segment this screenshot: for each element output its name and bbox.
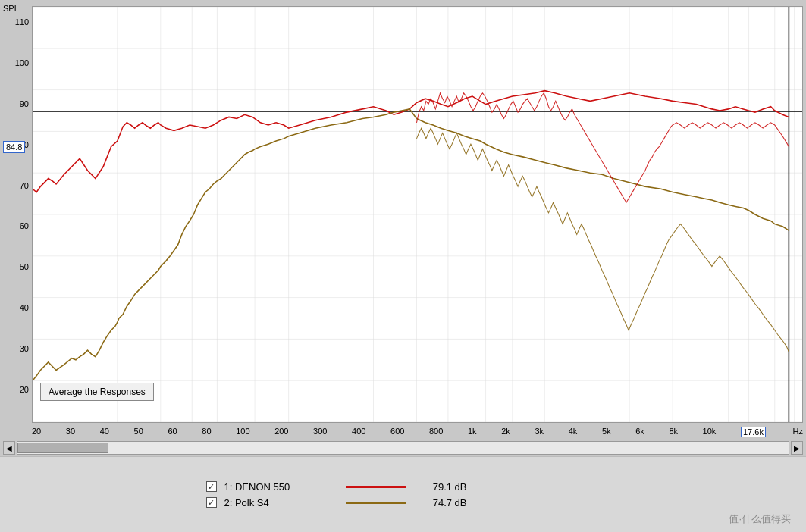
x-tick-400: 400 — [352, 427, 365, 437]
x-tick-4k: 4k — [569, 427, 578, 437]
x-tick-300: 300 — [313, 427, 327, 437]
legend-line-2 — [346, 502, 406, 504]
legend-line-1 — [346, 486, 406, 488]
y-tick-60: 60 — [3, 222, 32, 230]
x-tick-5k: 5k — [602, 427, 611, 437]
x-tick-50: 50 — [134, 427, 143, 437]
legend-db-1: 79.1 dB — [414, 481, 467, 493]
legend-checkbox-1[interactable]: ✓ — [206, 481, 217, 492]
y-tick-40: 40 — [3, 304, 32, 312]
hz-unit: Hz — [791, 427, 803, 437]
y-tick-110: 110 — [3, 18, 32, 27]
chart-canvas: Average the Responses — [33, 7, 802, 422]
x-axis: 20 30 40 50 60 80 100 200 300 400 600 80… — [32, 423, 803, 440]
chart-svg — [33, 7, 802, 422]
x-tick-10k: 10k — [703, 427, 717, 437]
chart-area: SPL 84.8 110 100 90 80 70 60 50 40 30 2 — [0, 0, 806, 423]
chart-plot: Average the Responses — [32, 6, 803, 423]
x-tick-40: 40 — [100, 427, 109, 437]
legend-label-2: 2: Polk S4 — [224, 497, 338, 509]
legend-checkbox-2[interactable]: ✓ — [206, 497, 217, 508]
legend-label-1: 1: DENON 550 — [224, 481, 338, 493]
main-container: SPL 84.8 110 100 90 80 70 60 50 40 30 2 — [0, 0, 806, 532]
legend-area: ✓ 1: DENON 550 79.1 dB ✓ 2: Polk S4 74.7… — [0, 456, 806, 532]
average-responses-button[interactable]: Average the Responses — [40, 383, 154, 401]
y-tick-100: 100 — [3, 59, 32, 67]
chart-with-yaxis: SPL 84.8 110 100 90 80 70 60 50 40 30 2 — [3, 6, 803, 423]
y-tick-50: 50 — [3, 263, 32, 271]
x-tick-6k: 6k — [635, 427, 644, 437]
x-tick-60: 60 — [168, 427, 177, 437]
y-label-spl: SPL — [3, 5, 29, 13]
x-tick-30: 30 — [66, 427, 75, 437]
scroll-thumb[interactable] — [17, 443, 108, 453]
x-tick-17k6: 17.6k — [741, 427, 766, 437]
x-tick-8k: 8k — [669, 427, 678, 437]
x-axis-ticks: 20 30 40 50 60 80 100 200 300 400 600 80… — [32, 425, 803, 437]
legend-checkmark-2: ✓ — [208, 498, 215, 508]
x-tick-80: 80 — [202, 427, 211, 437]
x-tick-1k: 1k — [468, 427, 477, 437]
scroll-track[interactable] — [17, 441, 789, 455]
x-tick-3k: 3k — [535, 427, 544, 437]
y-tick-70: 70 — [3, 182, 32, 190]
x-tick-200: 200 — [274, 427, 288, 437]
y-highlight-label: 84.8 — [3, 141, 25, 153]
legend-row-1: ✓ 1: DENON 550 79.1 dB — [206, 481, 601, 493]
y-tick-20: 20 — [3, 386, 32, 394]
x-tick-800: 800 — [429, 427, 443, 437]
scroll-left-button[interactable]: ◀ — [3, 441, 15, 455]
legend-row-2: ✓ 2: Polk S4 74.7 dB — [206, 497, 601, 509]
x-tick-600: 600 — [390, 427, 404, 437]
x-tick-100: 100 — [236, 427, 249, 437]
y-tick-90: 90 — [3, 100, 32, 108]
legend-db-2: 74.7 dB — [414, 497, 467, 509]
watermark: 值·什么值得买 — [729, 512, 791, 526]
scrollbar: ◀ ▶ — [3, 441, 803, 455]
legend-checkmark-1: ✓ — [208, 482, 215, 492]
scroll-right-button[interactable]: ▶ — [791, 441, 803, 455]
x-tick-20: 20 — [32, 427, 41, 437]
y-tick-30: 30 — [3, 345, 32, 353]
x-tick-2k: 2k — [501, 427, 510, 437]
y-axis: SPL 84.8 110 100 90 80 70 60 50 40 30 2 — [3, 6, 32, 423]
